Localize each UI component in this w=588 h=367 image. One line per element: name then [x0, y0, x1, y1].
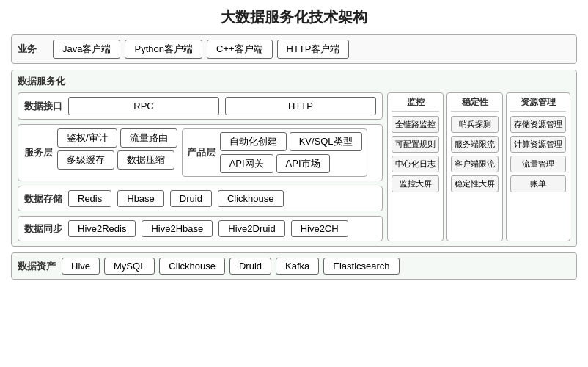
monitoring-fullchain: 全链路监控 — [392, 116, 439, 133]
assets-label: 数据资产 — [18, 260, 56, 273]
resources-compute: 计算资源管理 — [510, 136, 566, 153]
service-label: 服务层 — [24, 146, 53, 159]
monitoring-config: 可配置规则 — [392, 136, 439, 153]
storage-redis: Redis — [68, 190, 111, 207]
product-label: 产品层 — [187, 146, 216, 159]
sync-label: 数据同步 — [24, 222, 62, 236]
service-row: 服务层 鉴权/审计 流量路由 多级缓存 数据压缩 — [18, 124, 383, 181]
stability-clientlimit: 客户端限流 — [451, 156, 499, 172]
interface-rpc: RPC — [68, 97, 219, 115]
assets-chips: Hive MySQL Clickhouse Druid Kafka Elasti… — [62, 258, 570, 275]
service-inner: 鉴权/审计 流量路由 多级缓存 数据压缩 产品层 — [57, 128, 376, 177]
client-http: HTTP客户端 — [277, 40, 350, 59]
resources-billing: 账单 — [510, 175, 566, 192]
data-service-section: 数据服务化 数据接口 RPC HTTP 服务层 鉴权/审计 — [11, 70, 577, 247]
client-java: Java客户端 — [53, 40, 120, 59]
service-route: 流量路由 — [120, 128, 177, 148]
data-interface-row: 数据接口 RPC HTTP — [18, 92, 383, 120]
stability-sentinel: 哨兵探测 — [451, 116, 499, 133]
product-inner: 自动化创建 KV/SQL类型 API网关 API市场 — [220, 132, 362, 173]
sync-hive2redis: Hive2Redis — [68, 220, 136, 237]
right-panels: 监控 全链路监控 可配置规则 中心化日志 监控大屏 稳定性 哨兵探测 服务端限流… — [387, 92, 570, 241]
asset-hive: Hive — [62, 258, 100, 275]
service-auth: 鉴权/审计 — [57, 128, 117, 148]
stability-serverlimit: 服务端限流 — [451, 136, 499, 153]
sync-hive2hbase: Hive2Hbase — [142, 220, 213, 237]
data-service-label: 数据服务化 — [18, 75, 570, 88]
interface-label: 数据接口 — [24, 100, 62, 113]
storage-label: 数据存储 — [24, 192, 62, 206]
service-left-row-1: 鉴权/审计 流量路由 — [57, 128, 177, 148]
storage-druid: Druid — [170, 190, 212, 207]
storage-clickhouse: Clickhouse — [218, 190, 284, 207]
monitoring-col: 监控 全链路监控 可配置规则 中心化日志 监控大屏 — [387, 92, 444, 241]
asset-clickhouse: Clickhouse — [159, 258, 225, 275]
client-python: Python客户端 — [125, 40, 202, 59]
service-cache: 多级缓存 — [57, 150, 114, 170]
asset-mysql: MySQL — [104, 258, 155, 275]
resources-traffic: 流量管理 — [510, 156, 566, 172]
sync-hive2druid: Hive2Druid — [218, 220, 284, 237]
product-auto: 自动化创建 — [220, 132, 287, 151]
service-left-row-2: 多级缓存 数据压缩 — [57, 150, 177, 170]
biz-layer: 业务 Java客户端 Python客户端 C++客户端 HTTP客户端 — [11, 34, 577, 64]
biz-clients: Java客户端 Python客户端 C++客户端 HTTP客户端 — [53, 40, 570, 59]
client-cpp: C++客户端 — [207, 40, 273, 59]
service-compress: 数据压缩 — [117, 150, 174, 170]
product-section: 产品层 自动化创建 KV/SQL类型 API网关 API市场 — [182, 128, 367, 177]
page-title: 大数据服务化技术架构 — [11, 7, 577, 27]
resources-storage: 存储资源管理 — [510, 116, 566, 133]
sync-row: 数据同步 Hive2Redis Hive2Hbase Hive2Druid Hi… — [18, 216, 383, 241]
assets-layer: 数据资产 Hive MySQL Clickhouse Druid Kafka E… — [11, 252, 577, 280]
monitoring-centerlog: 中心化日志 — [392, 156, 439, 172]
storage-row: 数据存储 Redis Hbase Druid Clickhouse — [18, 186, 383, 211]
storage-hbase: Hbase — [117, 190, 164, 207]
asset-druid: Druid — [229, 258, 271, 275]
product-apimarket: API市场 — [276, 154, 330, 173]
monitoring-bigscreen: 监控大屏 — [392, 175, 439, 192]
sync-hive2ch: Hive2CH — [291, 220, 348, 237]
interface-http: HTTP — [225, 97, 376, 115]
product-kvsql: KV/SQL类型 — [290, 132, 362, 151]
stability-col: 稳定性 哨兵探测 服务端限流 客户端限流 稳定性大屏 — [446, 92, 503, 241]
product-row-2: API网关 API市场 — [220, 154, 362, 173]
resources-title: 资源管理 — [510, 96, 566, 112]
stability-bigscreen: 稳定性大屏 — [451, 175, 499, 192]
service-left: 鉴权/审计 流量路由 多级缓存 数据压缩 — [57, 128, 177, 177]
asset-elasticsearch: Elasticsearch — [323, 258, 399, 275]
inner-grid: 数据接口 RPC HTTP 服务层 鉴权/审计 流量路由 — [18, 92, 570, 241]
page: 大数据服务化技术架构 业务 Java客户端 Python客户端 C++客户端 H… — [0, 0, 588, 287]
monitoring-title: 监控 — [392, 96, 439, 112]
stability-title: 稳定性 — [451, 96, 499, 112]
product-apigateway: API网关 — [220, 154, 273, 173]
biz-label: 业务 — [18, 43, 40, 56]
resources-col: 资源管理 存储资源管理 计算资源管理 流量管理 账单 — [506, 92, 570, 241]
left-col: 数据接口 RPC HTTP 服务层 鉴权/审计 流量路由 — [18, 92, 383, 241]
asset-kafka: Kafka — [276, 258, 319, 275]
product-row-1: 自动化创建 KV/SQL类型 — [220, 132, 362, 151]
